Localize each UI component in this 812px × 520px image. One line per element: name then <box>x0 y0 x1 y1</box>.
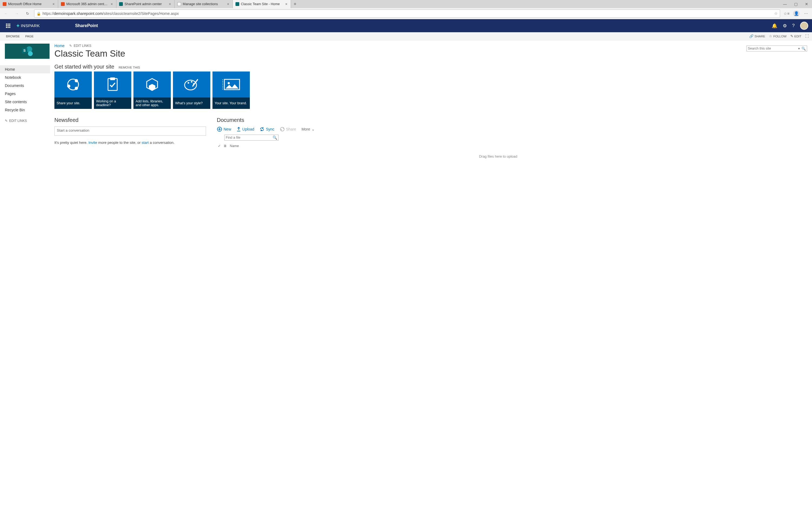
documents-header-row: ✓ 🗎 Name <box>217 144 807 148</box>
nav-notebook[interactable]: Notebook <box>0 73 50 81</box>
select-all-check[interactable]: ✓ <box>218 144 221 148</box>
maximize-button[interactable]: ▢ <box>790 0 801 8</box>
follow-button[interactable]: ☆FOLLOW <box>769 34 787 38</box>
left-column: S Home Notebook Documents Pages Site con… <box>0 41 50 520</box>
page-icon <box>177 2 181 6</box>
palette-icon <box>173 72 210 98</box>
notifications-icon[interactable]: 🔔 <box>772 23 777 29</box>
nav-site-contents[interactable]: Site contents <box>0 98 50 106</box>
back-button[interactable]: ← <box>2 9 10 18</box>
user-avatar[interactable] <box>800 22 808 30</box>
svg-rect-4 <box>108 79 117 90</box>
upload-icon <box>236 127 241 132</box>
close-icon[interactable]: × <box>52 2 55 6</box>
lock-icon: 🔒 <box>36 11 41 16</box>
browser-tab[interactable]: Microsoft Office Home × <box>0 0 58 8</box>
remove-this-link[interactable]: REMOVE THIS <box>118 66 140 69</box>
share-icon: 🔗 <box>749 34 754 38</box>
app-launcher-button[interactable] <box>2 19 15 32</box>
refresh-button[interactable]: ↻ <box>23 9 32 18</box>
tab-title: Manage site collections <box>183 2 225 6</box>
office-icon <box>61 2 65 6</box>
svg-point-10 <box>191 81 192 83</box>
find-file-box[interactable]: 🔍 <box>224 135 279 140</box>
svg-rect-5 <box>110 77 115 80</box>
svg-point-2 <box>67 84 71 88</box>
profile-button[interactable]: 👤 <box>793 10 800 17</box>
start-link[interactable]: start <box>142 140 148 145</box>
tile-add-apps[interactable]: Add lists, libraries, and other apps. <box>134 72 171 109</box>
site-search-input[interactable] <box>748 47 796 50</box>
forward-button[interactable]: → <box>12 9 21 18</box>
invite-link[interactable]: Invite <box>88 140 97 145</box>
image-icon <box>213 72 250 98</box>
url-input[interactable]: 🔒 https://demoinspark.sharepoint.com/sit… <box>34 9 780 18</box>
close-icon[interactable]: × <box>227 2 230 6</box>
tile-share-site[interactable]: Share your site. <box>54 72 92 109</box>
browser-tab[interactable]: SharePoint admin center × <box>116 0 175 8</box>
tab-title: Classic Team Site - Home <box>241 2 283 6</box>
more-button[interactable]: More ⌄ <box>302 127 315 131</box>
svg-point-9 <box>188 82 189 84</box>
window-controls: — ▢ ✕ <box>780 0 812 8</box>
tile-label: Share your site. <box>54 98 92 109</box>
ribbon-tab-page[interactable]: PAGE <box>23 35 36 38</box>
sync-button[interactable]: Sync <box>259 127 274 132</box>
tile-label: Working on a deadline? <box>94 98 131 109</box>
browser-tab[interactable]: Microsoft 365 admin center - M… × <box>58 0 116 8</box>
nav-documents[interactable]: Documents <box>0 81 50 89</box>
nav-home[interactable]: Home <box>0 65 50 73</box>
help-icon[interactable]: ? <box>792 23 795 28</box>
favorite-icon[interactable]: ☆ <box>774 11 778 16</box>
conversation-input[interactable]: Start a conversation <box>54 127 206 136</box>
nav-pages[interactable]: Pages <box>0 89 50 98</box>
tile-deadline[interactable]: Working on a deadline? <box>94 72 131 109</box>
documents-title: Documents <box>217 117 807 123</box>
more-menu-button[interactable]: ⋯ <box>802 9 810 18</box>
newsfeed-section: Newsfeed Start a conversation It's prett… <box>54 117 206 158</box>
chevron-down-icon: ⌄ <box>311 127 315 131</box>
minimize-button[interactable]: — <box>780 0 790 8</box>
quicklaunch-nav: Home Notebook Documents Pages Site conte… <box>0 65 50 124</box>
suite-nav: ✦ INSPARK SharePoint 🔔 ⚙ ? <box>0 19 812 32</box>
promo-tiles: Share your site. Working on a deadline? … <box>54 72 807 109</box>
close-icon[interactable]: × <box>285 2 288 6</box>
address-bar: ← → ↻ 🔒 https://demoinspark.sharepoint.c… <box>0 8 812 19</box>
focus-icon: ⛶ <box>805 34 809 38</box>
settings-icon[interactable]: ⚙ <box>783 23 787 29</box>
close-icon[interactable]: × <box>168 2 172 6</box>
svg-point-1 <box>75 79 78 82</box>
close-window-button[interactable]: ✕ <box>801 0 812 8</box>
edit-button[interactable]: ✎EDIT <box>790 34 802 38</box>
upload-button[interactable]: Upload <box>236 127 254 132</box>
find-file-input[interactable] <box>226 136 273 139</box>
browser-tab[interactable]: Manage site collections × <box>175 0 233 8</box>
site-logo[interactable]: S <box>5 44 50 59</box>
search-scope-dropdown[interactable]: ▼ <box>796 47 802 50</box>
ribbon: BROWSE PAGE 🔗SHARE ☆FOLLOW ✎EDIT ⛶ <box>0 32 812 41</box>
new-tab-button[interactable]: + <box>291 0 299 8</box>
svg-point-13 <box>228 82 230 84</box>
breadcrumb-edit-links[interactable]: ✎EDIT LINKS <box>69 44 91 48</box>
site-search-box[interactable]: ▼ 🔍 <box>747 46 807 51</box>
close-icon[interactable]: × <box>110 2 113 6</box>
share-button[interactable]: 🔗SHARE <box>749 34 765 38</box>
breadcrumb-home[interactable]: Home <box>54 44 64 48</box>
tab-title: Microsoft 365 admin center - M… <box>66 2 109 6</box>
column-name[interactable]: Name <box>230 144 239 148</box>
tile-label: What's your style? <box>173 98 210 109</box>
search-icon[interactable]: 🔍 <box>273 135 277 140</box>
browser-tab-active[interactable]: Classic Team Site - Home × <box>233 0 291 8</box>
new-button[interactable]: New <box>217 127 231 132</box>
ribbon-tab-browse[interactable]: BROWSE <box>3 35 23 38</box>
search-go-icon[interactable]: 🔍 <box>802 47 806 51</box>
nav-recycle-bin[interactable]: Recycle Bin <box>0 106 50 114</box>
newsfeed-title: Newsfeed <box>54 117 206 123</box>
get-started-title: Get started with your site <box>54 63 114 70</box>
nav-edit-links[interactable]: ✎EDIT LINKS <box>0 117 50 124</box>
reading-list-button[interactable]: ☆≡ <box>782 9 791 18</box>
tile-brand[interactable]: Your site. Your brand. <box>213 72 250 109</box>
tile-style[interactable]: What's your style? <box>173 72 210 109</box>
focus-button[interactable]: ⛶ <box>805 34 809 38</box>
share-icon <box>280 127 285 132</box>
